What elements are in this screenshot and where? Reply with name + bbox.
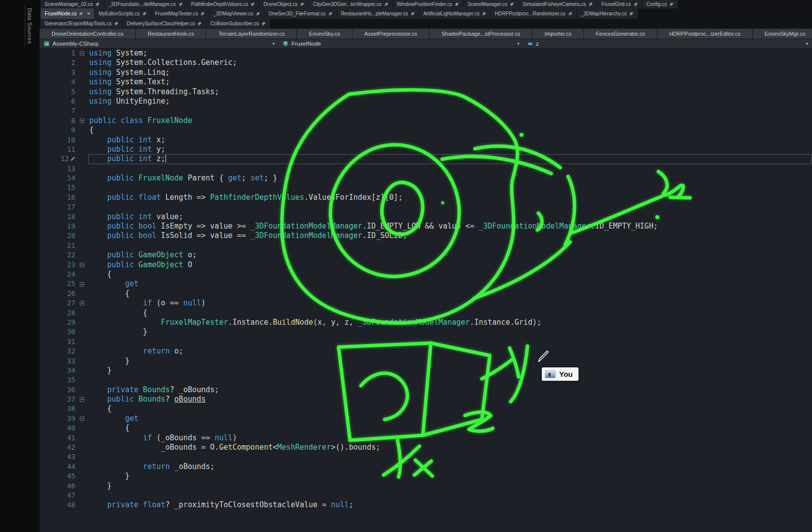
code-text: using System.Threading.Tasks; [88,87,219,97]
code-line: 21 [40,241,812,250]
code-text: using System.Linq; [88,68,170,77]
fold-collapse-icon[interactable] [75,51,88,56]
file-tab[interactable]: DeliverySurfaceClassHelper.cs [123,19,206,28]
code-line-body: using System.Collections.Generic; [88,58,812,67]
document-tab[interactable]: ShaderPackage...stProcessor.cs [429,29,532,39]
code-line: 33 } [40,356,812,366]
member-dropdown[interactable]: z ▾ [523,39,812,48]
line-number: 12 [40,154,75,164]
code-line: 41 if (_oBounds == null) [40,433,812,443]
line-number: 46 [40,481,75,491]
code-line-body: get [88,414,812,423]
code-line-body: if (o == null) [88,298,812,308]
code-line: 22 public GameObject o; [40,250,812,260]
code-line-body: { [88,308,812,318]
code-line: 14 public FruxelNode Parent { get; set; … [40,174,812,183]
fold-collapse-icon[interactable] [75,118,88,123]
fold-collapse-icon[interactable] [75,282,88,287]
presenter-label: You [542,367,579,381]
file-tab[interactable]: Generator2ExportMapTools.cs [41,19,122,28]
code-text: { [88,289,129,298]
code-line: 29 FruxelMapTester.Instance.BuildNode(x,… [40,318,812,327]
project-dropdown[interactable]: C# Assembly-CSharp ▾ [40,39,279,48]
fold-collapse-icon[interactable] [75,263,88,267]
fold-collapse-icon[interactable] [75,397,88,402]
pinned-tab-row-2: FruxelNode.cs×MyEditorScripts.csFruxelMa… [40,8,812,19]
file-tab[interactable]: SceneManager_02.cs [41,0,104,8]
file-tab[interactable]: ArtificialLightsManager.cs [419,8,490,19]
file-tab[interactable]: SimulatedFisheyeCamera.cs [519,0,597,8]
file-tab-label: CityGen3DGen...torWrapper.cs [313,1,381,7]
file-tab[interactable]: DroneObject.cs [259,0,308,8]
code-line: 13 [40,164,812,174]
file-tab[interactable]: FruxelNode.cs× [41,8,94,19]
document-tab[interactable]: EnviroSky.cs [297,29,352,39]
file-tab[interactable]: _3DMapViewer.cs [209,8,264,19]
file-tab[interactable]: FruxelMapTester.cs [151,8,209,19]
document-tab-label: Importer.cs [544,31,571,37]
edit-marker-icon [70,154,75,164]
document-tab[interactable]: TerrainLayerRandomizer.cs [206,29,297,39]
line-number: 10 [40,135,75,145]
code-line: 10 public int x; [40,135,812,145]
document-tab-label: ShaderPackage...stProcessor.cs [441,31,520,37]
code-line: 20 public bool IsSolid => value == _3DFo… [40,231,812,240]
code-text: } [88,472,129,481]
code-text: public GameObject o; [88,250,197,260]
document-tab[interactable]: AssetPreprocessor.cs [352,29,429,39]
document-tab[interactable]: RestaurantHook.cs [136,29,207,39]
file-tab[interactable]: SceneManager.cs [464,0,518,8]
document-tab[interactable]: FencesGenerator.cs [584,29,657,39]
file-tab[interactable]: RestaurantHo...pleManager.cs [337,8,419,19]
file-tab[interactable]: HDRPPostproc...Randomizer.cs [491,8,576,19]
pinned-tab-row-1: SceneManager_02.cs_3DFoundatio...delMana… [40,0,812,8]
field-icon [527,41,533,47]
pin-icon [79,11,83,16]
fold-collapse-icon[interactable] [75,416,88,421]
file-tab[interactable]: WindowPositionFinder.cs [393,0,464,8]
pin-icon [669,2,674,6]
code-line-body [88,491,812,500]
file-tab[interactable]: _3DFoundatio...delManager.cs [104,0,186,8]
line-number: 41 [40,433,75,443]
code-line: 4using System.Text; [40,77,812,87]
line-number: 18 [40,212,75,222]
file-tab[interactable]: CityGen3DGen...torWrapper.cs [309,0,392,8]
file-tab-label: _3DFoundatio...delManager.cs [108,1,175,7]
file-tab[interactable]: PathfinderDepthValues.cs [187,0,259,8]
line-number: 3 [40,68,75,77]
document-tab-label: TerrainLayerRandomizer.cs [218,31,285,37]
code-text: public GameObject O [88,260,192,270]
document-tab-label: EnviroSky.cs [309,31,340,37]
code-text: public int x; [88,135,166,145]
document-tab[interactable]: DroneOrientationController.cs [40,29,136,39]
file-tab[interactable]: FruxelGrid.cs [597,0,641,8]
code-line-body: return _oBounds; [88,462,812,472]
code-editor[interactable]: 1using System;2using System.Collections.… [40,49,812,532]
code-line: 42 _oBounds = O.GetComponent<MeshRendere… [40,443,812,452]
file-tab[interactable]: _3DMapHierarchy.cs [577,8,638,19]
chevron-down-icon: ▾ [806,41,808,46]
file-tab-label: MyEditorScripts.cs [99,11,140,16]
code-line-body: public bool IsSolid => value == _3DFound… [88,231,812,240]
code-line: 15 [40,183,812,192]
line-number: 31 [40,337,75,347]
file-tab[interactable]: Config.cs [642,0,678,8]
code-line: 12 public int z; [40,154,812,164]
document-tab[interactable]: HDRPPostproc...izerEditor.cs [657,29,753,39]
line-number: 15 [40,183,75,192]
code-line: 26 { [40,289,812,298]
close-icon[interactable]: × [87,11,90,16]
type-dropdown[interactable]: FruxelNode ▾ [279,39,523,48]
fold-collapse-icon[interactable] [75,301,88,305]
file-tab[interactable]: MyEditorScripts.cs [95,8,151,19]
document-tab[interactable]: EnviroSkyMgr.cs [753,29,812,39]
file-tab-label: SceneManager.cs [467,1,507,7]
code-text: } [88,366,112,375]
sidebar-tab-data-sources[interactable]: Data Sources [25,5,34,47]
document-tab[interactable]: Importer.cs [532,29,583,39]
file-tab[interactable]: OneSec3D_FileFormat.cs [265,8,337,19]
line-number: 9 [40,125,75,135]
code-text: private float? _proximityToClosestObstac… [88,500,353,510]
file-tab[interactable]: CollisionSubscriber.cs [206,19,270,28]
